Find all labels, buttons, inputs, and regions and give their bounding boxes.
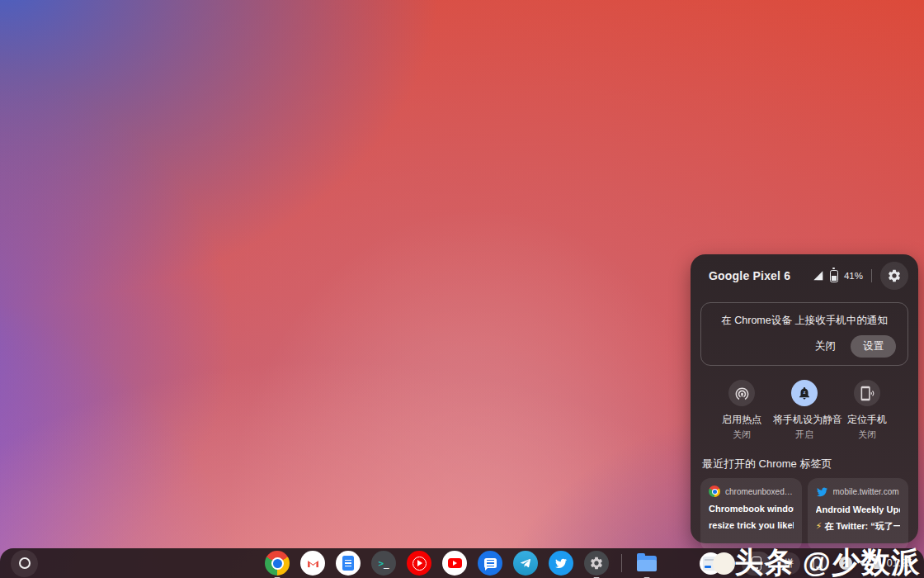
- youtube-music-icon: [412, 557, 427, 571]
- shelf-app-settings[interactable]: [584, 551, 609, 576]
- device-name: Google Pixel 6: [709, 269, 790, 282]
- shelf-app-terminal[interactable]: >_: [371, 551, 396, 576]
- messages-icon: [484, 558, 497, 568]
- clock: 01:25: [887, 557, 912, 569]
- tab-title: Android Weekly Update ⚡ 在 Twitter: “玩了一…: [816, 502, 901, 535]
- notification-message: 在 Chrome设备 上接收手机中的通知: [713, 314, 896, 328]
- bell-silence-icon: z: [797, 386, 812, 400]
- notification-permission-card: 在 Chrome设备 上接收手机中的通知 关闭 设置: [700, 302, 908, 366]
- shelf-app-telegram[interactable]: [513, 551, 538, 576]
- shelf-divider: [621, 554, 622, 572]
- youtube-icon: [448, 558, 462, 569]
- shelf-app-files[interactable]: [634, 551, 659, 576]
- chrome-icon: [265, 551, 290, 576]
- tab-title: Chromebook window resize trick you likel…: [709, 501, 794, 534]
- shelf: >_: [0, 548, 924, 578]
- docked-device-button[interactable]: [807, 552, 829, 575]
- shelf-app-youtube-music[interactable]: [407, 551, 431, 576]
- docked-device-icon: [813, 557, 823, 570]
- quick-action-locate: 定位手机 关闭: [836, 380, 898, 441]
- shelf-app-docs[interactable]: [336, 551, 361, 576]
- device-status: 41%: [813, 262, 908, 290]
- notification-settings-button[interactable]: 设置: [851, 335, 896, 358]
- gmail-icon: [306, 557, 320, 571]
- quick-action-hotspot: 启用热点 关闭: [710, 380, 773, 441]
- google-docs-icon: [342, 556, 354, 571]
- hotspot-icon: [734, 386, 750, 401]
- holding-space-button[interactable]: [700, 552, 735, 575]
- action-state: 关闭: [836, 429, 898, 441]
- shelf-app-gmail[interactable]: [300, 551, 325, 576]
- recent-tabs-title: 最近打开的 Chrome 标签页: [691, 441, 918, 478]
- settings-gear-icon: [589, 556, 604, 571]
- phone-battery-percent: 41%: [844, 271, 863, 281]
- header-divider: [871, 269, 872, 282]
- phone-hub-tray-button[interactable]: [742, 552, 771, 576]
- shelf-app-twitter[interactable]: [549, 551, 573, 576]
- shelf-app-messages[interactable]: [478, 551, 502, 576]
- action-label: 启用热点: [710, 413, 773, 427]
- notification-count-badge: 2: [839, 557, 852, 570]
- files-folder-icon: [637, 556, 657, 571]
- caret-down-icon: [858, 561, 866, 566]
- phone-hub-header: Google Pixel 6 41%: [691, 254, 918, 297]
- terminal-icon: >_: [378, 558, 389, 569]
- ime-button[interactable]: 拼: [778, 552, 800, 575]
- shelf-apps: >_: [265, 551, 659, 576]
- recent-tabs-row: chromeunboxed.c… Chromebook window resiz…: [691, 478, 918, 551]
- quick-action-silence: z 将手机设为静音 开启: [773, 380, 836, 441]
- system-tray: 拼 2 01:25: [700, 552, 924, 576]
- silence-phone-button[interactable]: z: [791, 380, 818, 406]
- chromeos-desktop: Google Pixel 6 41% 在 Chrome设备 上接收手机中的通知: [0, 0, 924, 578]
- shelf-app-youtube[interactable]: [442, 551, 467, 576]
- recent-tab-twitter[interactable]: mobile.twitter.com Android Weekly Update…: [808, 478, 909, 551]
- svg-text:z: z: [804, 390, 806, 395]
- recent-tab-chromeunboxed[interactable]: chromeunboxed.c… Chromebook window resiz…: [700, 478, 802, 551]
- ime-label: 拼: [784, 557, 794, 571]
- tray-battery-icon: [874, 557, 881, 569]
- hotspot-button[interactable]: [728, 380, 755, 406]
- dismiss-button[interactable]: 关闭: [807, 335, 844, 358]
- tab-domain: chromeunboxed.c…: [725, 487, 794, 496]
- twitter-favicon-icon: [816, 486, 828, 498]
- telegram-icon: [519, 557, 532, 570]
- file-thumbnail-icon: [713, 552, 735, 575]
- signal-strength-icon: [813, 270, 824, 282]
- action-state: 关闭: [710, 429, 773, 441]
- launcher-button[interactable]: [11, 550, 38, 577]
- gear-icon: [887, 268, 902, 283]
- locate-phone-icon: [860, 386, 875, 401]
- phone-battery-icon: [830, 270, 838, 282]
- action-state: 开启: [773, 429, 836, 441]
- launcher-icon: [19, 557, 31, 569]
- shelf-app-chrome[interactable]: [265, 551, 290, 576]
- action-label: 将手机设为静音: [773, 413, 836, 427]
- quick-actions-row: 启用热点 关闭 z 将手机设为静音 开启 定: [691, 366, 918, 441]
- phone-hub-settings-button[interactable]: [880, 262, 908, 290]
- twitter-icon: [554, 557, 568, 570]
- status-area-button[interactable]: 2 01:25: [836, 557, 916, 570]
- chrome-favicon-icon: [709, 486, 720, 497]
- action-label: 定位手机: [836, 413, 898, 427]
- tab-domain: mobile.twitter.com: [833, 487, 899, 496]
- locate-phone-button[interactable]: [854, 380, 880, 406]
- phone-icon: [752, 557, 761, 571]
- phone-hub-panel: Google Pixel 6 41% 在 Chrome设备 上接收手机中的通知: [691, 254, 918, 543]
